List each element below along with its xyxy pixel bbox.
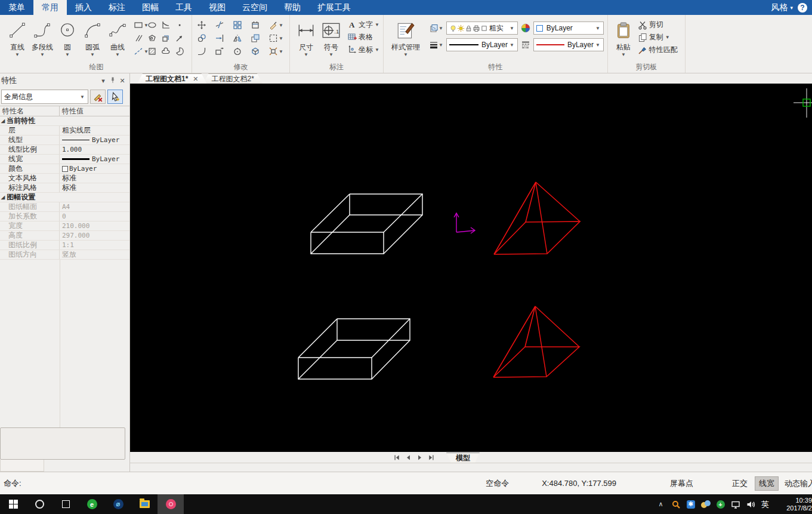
file-explorer-icon[interactable] <box>131 494 158 514</box>
property-row[interactable]: 图纸比例1:1 <box>0 241 129 250</box>
ribbon-tab-2[interactable]: 标注 <box>100 0 134 15</box>
property-row[interactable]: 线宽ByLayer <box>0 155 129 164</box>
angle-tool-button[interactable] <box>161 19 174 31</box>
extend-tool-button[interactable] <box>215 32 232 44</box>
rotate-tool-button[interactable] <box>233 45 250 57</box>
model-tab[interactable]: 模型 <box>446 453 480 463</box>
linestyle-combo[interactable]: ByLayer▼ <box>533 38 604 51</box>
array-tool-button[interactable] <box>233 19 250 31</box>
start-button[interactable] <box>0 494 26 514</box>
rect-tool-button[interactable]: ▼ <box>134 19 147 31</box>
ime-indicator[interactable]: 英 <box>758 494 773 514</box>
draw-pline-button[interactable]: 多段线▼ <box>30 17 55 57</box>
help-icon[interactable]: ? <box>798 3 807 13</box>
rect-clip-tool-button[interactable]: ▼ <box>268 32 286 44</box>
clock[interactable]: 10:39 2017/8/2 <box>775 497 812 512</box>
erase-tool-button[interactable]: ▼ <box>268 19 286 31</box>
property-row[interactable]: 高度297.000 <box>0 231 129 241</box>
copy-button[interactable]: 复制▼ <box>638 32 678 43</box>
property-row[interactable]: 加长系数0 <box>0 212 129 221</box>
volume-icon[interactable] <box>743 494 758 514</box>
wireframe-box-bottom[interactable] <box>298 319 410 379</box>
pie-tool-button[interactable] <box>175 45 188 57</box>
menu-button[interactable]: 菜单 <box>0 0 33 15</box>
status-dynamic-input-toggle[interactable]: 动态输入 <box>785 478 812 489</box>
property-row[interactable]: 层粗实线层 <box>0 126 129 136</box>
hatch-tool-button[interactable] <box>147 45 160 57</box>
hidden-icons-chevron[interactable]: ∧ <box>653 494 668 514</box>
stretch-tool-button[interactable] <box>215 45 232 57</box>
layer-control-button[interactable]: ▼ <box>429 23 443 33</box>
property-row[interactable]: 图纸方向竖放 <box>0 250 129 260</box>
pick-object-button[interactable] <box>107 90 123 104</box>
draw-line-button[interactable]: 直线▼ <box>5 17 30 57</box>
style-manager-button[interactable]: 样式管理 ▼ <box>387 17 424 57</box>
property-row[interactable]: ◢当前特性 <box>0 116 129 126</box>
break-tool-button[interactable] <box>215 19 232 31</box>
wireframe-box-top[interactable] <box>311 194 422 254</box>
mirror-tool-button[interactable] <box>233 32 250 44</box>
clip-tool-button[interactable] <box>251 19 268 31</box>
status-screen-point[interactable]: 屏幕点 <box>670 478 693 489</box>
chat-tray-icon[interactable] <box>698 494 713 514</box>
ribbon-tab-1[interactable]: 插入 <box>67 0 100 15</box>
parallel-tool-button[interactable] <box>134 32 147 44</box>
property-row[interactable]: ◢图幅设置 <box>0 193 129 202</box>
close-icon[interactable]: ✕ <box>118 77 127 85</box>
property-row[interactable]: 宽度210.000 <box>0 221 129 231</box>
rotate-copy-tool-button[interactable] <box>197 32 214 44</box>
text-tool-button[interactable]: A文字▼ <box>347 19 379 30</box>
antivirus-tray-icon[interactable]: + <box>713 494 728 514</box>
edit-cancel-button[interactable] <box>90 90 106 104</box>
point-tool-button[interactable] <box>175 19 188 31</box>
color-combo[interactable]: ByLayer▼ <box>533 21 604 35</box>
symbol-button[interactable]: .1符号▼ <box>319 17 344 57</box>
document-tab-2[interactable]: 工程图文档2* <box>203 73 263 84</box>
draw-arc-button[interactable]: 圆弧▼ <box>80 17 105 57</box>
cut-button[interactable]: 剪切 <box>638 19 678 30</box>
property-row[interactable]: 线型ByLayer <box>0 136 129 145</box>
explode-tool-button[interactable]: ▼ <box>268 45 286 57</box>
screen-recorder-icon[interactable] <box>158 494 184 514</box>
panel-menu-icon[interactable]: ▾ <box>98 77 108 85</box>
coord-tool-button[interactable]: 坐标▼ <box>347 44 379 55</box>
document-tab-1[interactable]: 工程图文档1*✕ <box>137 73 207 84</box>
ribbon-tab-5[interactable]: 视图 <box>200 0 234 15</box>
ellipse-tool-button[interactable] <box>147 19 160 31</box>
ribbon-tab-4[interactable]: 工具 <box>167 0 200 15</box>
table-tool-button[interactable]: 表格 <box>347 32 379 42</box>
scope-select[interactable]: 全局信息 ▼ <box>1 90 88 104</box>
match-properties-button[interactable]: 特性匹配 <box>638 44 678 56</box>
task-view-icon[interactable] <box>53 494 79 514</box>
leader-tool-button[interactable] <box>175 32 188 44</box>
region-tool-button[interactable] <box>147 32 160 44</box>
first-layout-icon[interactable] <box>393 453 402 461</box>
cad-app-icon[interactable]: ⌀ <box>105 494 131 514</box>
lineweight-button[interactable]: ▼ <box>429 40 443 50</box>
linetype-manager-button[interactable] <box>521 40 530 50</box>
status-lineweight-toggle[interactable]: 线宽 <box>755 476 779 491</box>
command-prompt[interactable]: 命令: <box>4 478 21 489</box>
ribbon-tab-7[interactable]: 帮助 <box>276 0 309 15</box>
dimension-button[interactable]: 尺寸▼ <box>294 17 319 57</box>
layer-combo[interactable]: 粗实▼ <box>446 21 518 35</box>
color-wheel-button[interactable] <box>521 23 530 33</box>
browser-icon[interactable]: e <box>79 494 105 514</box>
overlap-tool-button[interactable] <box>251 32 268 44</box>
ribbon-tab-6[interactable]: 云空间 <box>234 0 276 15</box>
cloud-tool-button[interactable] <box>161 45 174 57</box>
pin-icon[interactable] <box>108 76 118 85</box>
search-tray-icon[interactable] <box>668 494 683 514</box>
construction-line-tool-button[interactable]: ▼ <box>134 45 147 57</box>
cortana-icon[interactable] <box>26 494 53 514</box>
move-tool-button[interactable] <box>197 19 214 31</box>
wireframe-pyramid-top[interactable] <box>494 182 580 254</box>
linetype-combo[interactable]: ByLayer▼ <box>446 38 518 51</box>
status-ortho-toggle[interactable]: 正交 <box>732 478 748 489</box>
fillet-tool-button[interactable] <box>197 45 214 57</box>
last-layout-icon[interactable] <box>427 453 436 461</box>
expander-icon[interactable]: ◢ <box>1 195 5 200</box>
expander-icon[interactable]: ◢ <box>1 118 5 124</box>
view3d-tool-button[interactable] <box>251 45 268 57</box>
paste-button[interactable]: 粘贴 ▼ <box>612 17 635 57</box>
